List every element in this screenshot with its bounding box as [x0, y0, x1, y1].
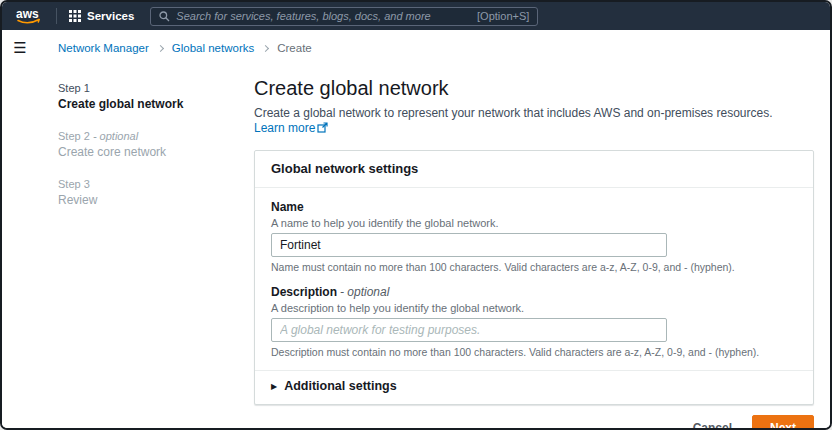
aws-console-window: aws Services Search for services, featur…: [0, 0, 832, 430]
wizard-step-2: Step 2 - optional Create core network: [58, 130, 254, 160]
wizard-footer-actions: Cancel Next: [254, 415, 814, 430]
wizard-step-3: Step 3 Review: [58, 178, 254, 208]
step-2-title[interactable]: Create core network: [58, 145, 254, 160]
breadcrumb-network-manager[interactable]: Network Manager: [58, 41, 149, 55]
card-header: Global network settings: [255, 151, 813, 188]
name-constraint-hint: Name must contain no more than 100 chara…: [271, 261, 797, 273]
page-title: Create global network: [254, 76, 814, 100]
breadcrumb-global-networks[interactable]: Global networks: [172, 41, 254, 55]
page-description-text: Create a global network to represent you…: [254, 106, 772, 120]
aws-logo-icon: aws: [14, 6, 44, 26]
cancel-button[interactable]: Cancel: [693, 421, 732, 430]
step-2-number: Step 2 - optional: [58, 130, 254, 143]
learn-more-link[interactable]: Learn more: [254, 121, 328, 135]
services-label: Services: [87, 10, 134, 22]
main-content: Create global network Create a global ne…: [254, 64, 830, 428]
global-search-input[interactable]: Search for services, features, blogs, do…: [150, 7, 538, 26]
hamburger-menu-icon[interactable]: ☰: [13, 41, 26, 56]
left-rail: ☰: [2, 30, 38, 428]
chevron-right-icon: [157, 44, 164, 51]
card-divider: [255, 370, 813, 371]
description-field-group: Description- optional A description to h…: [271, 285, 797, 358]
search-shortcut-hint: [Option+S]: [477, 10, 529, 22]
description-input[interactable]: [271, 318, 667, 342]
card-title: Global network settings: [271, 161, 797, 177]
step-1-number: Step 1: [58, 82, 254, 95]
services-menu-button[interactable]: Services: [69, 10, 134, 22]
wizard-step-1: Step 1 Create global network: [58, 82, 254, 112]
description-field-description: A description to help you identify the g…: [271, 302, 797, 314]
breadcrumb: Network Manager Global networks Create: [38, 30, 830, 64]
search-placeholder: Search for services, features, blogs, do…: [176, 10, 430, 22]
svg-text:aws: aws: [16, 7, 39, 21]
external-link-icon: [317, 122, 328, 133]
expand-triangle-icon: ▶: [271, 382, 277, 391]
services-grid-icon: [69, 10, 81, 22]
name-field-description: A name to help you identify the global n…: [271, 217, 797, 229]
card-body: Name A name to help you identify the glo…: [255, 188, 813, 404]
breadcrumb-current: Create: [277, 41, 312, 55]
description-constraint-hint: Description must contain no more than 10…: [271, 346, 797, 358]
name-label: Name: [271, 200, 797, 215]
next-button[interactable]: Next: [752, 415, 814, 430]
step-3-number: Step 3: [58, 178, 254, 191]
topbar-divider: [56, 8, 57, 24]
step-1-title[interactable]: Create global network: [58, 97, 254, 112]
step-3-title[interactable]: Review: [58, 193, 254, 208]
global-network-settings-card: Global network settings Name A name to h…: [254, 150, 814, 405]
additional-settings-label: Additional settings: [284, 379, 397, 394]
top-navigation-bar: aws Services Search for services, featur…: [2, 2, 830, 30]
wizard-steps-nav: Step 1 Create global network Step 2 - op…: [38, 64, 254, 428]
chevron-right-icon: [262, 44, 269, 51]
aws-logo[interactable]: aws: [14, 6, 44, 26]
page-description: Create a global network to represent you…: [254, 106, 814, 136]
name-field-group: Name A name to help you identify the glo…: [271, 200, 797, 273]
additional-settings-expander[interactable]: ▶ Additional settings: [271, 379, 397, 394]
description-label: Description- optional: [271, 285, 797, 300]
name-input[interactable]: [271, 233, 667, 257]
search-icon: [159, 11, 170, 22]
